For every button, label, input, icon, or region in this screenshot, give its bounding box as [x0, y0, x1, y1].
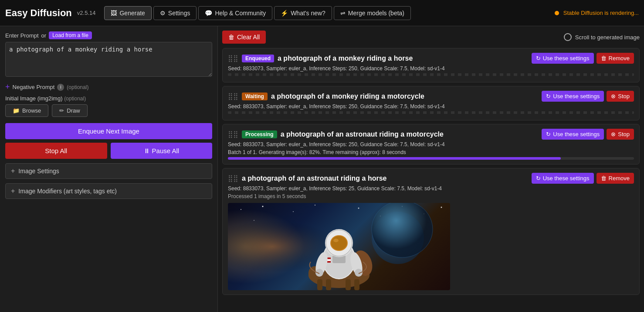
use-settings-2-label: Use these settings [553, 93, 600, 99]
img-action-buttons: 📁 Browse ✏ Draw [5, 104, 212, 117]
task-4-use-settings-button[interactable]: ↻ Use these settings [532, 173, 594, 184]
task-4-header: ⣿⣿ a photograph of an astronaut riding a… [228, 173, 634, 184]
nav-merge-label: Merge models (beta) [348, 10, 404, 17]
nav-settings[interactable]: ⚙ Settings [153, 6, 197, 20]
nav-generate[interactable]: 🖼 Generate [104, 6, 151, 20]
task-4-processed-text: Processed 1 images in 5 seconds [228, 193, 634, 199]
nav-whats-new[interactable]: ⚡ What's new? [274, 6, 332, 20]
stop-2-icon: ⊗ [611, 93, 616, 99]
task-4-meta: Seed: 8833073, Sampler: euler_a, Inferen… [228, 185, 634, 192]
task-2-stop-button[interactable]: ⊗ Stop [607, 91, 634, 102]
task-3-meta: Seed: 8833073, Sampler: euler_a, Inferen… [228, 141, 634, 147]
remove-1-icon: 🗑 [601, 55, 607, 62]
task-3-status-badge: Processing [242, 130, 277, 138]
clear-all-label: Clear All [237, 34, 260, 41]
task-2-status-badge: Waiting [242, 93, 268, 100]
browse-label: Browse [22, 107, 41, 114]
task-1-meta: Seed: 8833073, Sampler: euler_a, Inferen… [228, 65, 634, 72]
img2img-optional: (optional) [64, 96, 86, 102]
task-4-remove-button[interactable]: 🗑 Remove [597, 173, 634, 184]
task-3-progress-bar-bg [228, 157, 634, 160]
task-4-title: a photograph of an astronaut riding a ho… [242, 175, 528, 182]
drag-handle-1[interactable]: ⣿⣿ [228, 54, 238, 62]
remove-4-icon: 🗑 [601, 175, 607, 182]
task-2-header: ⣿⣿ Waiting a photograph of a monkey ridi… [228, 91, 634, 102]
use-settings-4-label: Use these settings [543, 175, 590, 182]
task-4-actions: ↻ Use these settings 🗑 Remove [532, 173, 634, 184]
draw-icon: ✏ [59, 107, 64, 114]
task-3-actions: ↻ Use these settings ⊗ Stop [542, 129, 634, 140]
neg-prompt-info-icon[interactable]: i [57, 84, 64, 91]
stop-3-icon: ⊗ [611, 131, 616, 137]
task-1-title: a photograph of a monkey riding a horse [278, 55, 528, 62]
svg-point-30 [331, 236, 347, 250]
task-3-progress-text: Batch 1 of 1. Generating image(s): 82%. … [228, 149, 634, 155]
task-1-divider [228, 73, 634, 76]
nav-whats-new-label: What's new? [291, 10, 325, 17]
drag-handle-2[interactable]: ⣿⣿ [228, 92, 238, 100]
use-settings-2-icon: ↻ [546, 93, 551, 99]
svg-rect-18 [354, 279, 359, 290]
pause-all-button[interactable]: ⏸ Pause All [111, 143, 213, 159]
use-settings-1-icon: ↻ [536, 55, 541, 62]
task-2-actions: ↻ Use these settings ⊗ Stop [542, 91, 634, 102]
load-file-button[interactable]: Load from a file [49, 31, 92, 39]
task-card-4: ⣿⣿ a photograph of an astronaut riding a… [222, 168, 640, 295]
astronaut-svg [228, 203, 450, 290]
drag-handle-4[interactable]: ⣿⣿ [228, 174, 238, 182]
stop-all-button[interactable]: Stop All [5, 143, 107, 159]
image-settings-toggle[interactable]: + Image Settings [5, 163, 212, 179]
prompt-label-text: Enter Prompt [5, 32, 39, 39]
whats-new-icon: ⚡ [281, 10, 288, 17]
neg-prompt-optional: (optional) [67, 84, 88, 90]
task-2-use-settings-button[interactable]: ↻ Use these settings [542, 91, 604, 102]
image-settings-plus-icon: + [11, 167, 15, 175]
prompt-or: or [41, 32, 47, 39]
task-3-title: a photograph of an astronaut riding a mo… [281, 130, 539, 138]
right-panel: 🗑 Clear All Scroll to generated image ⣿⣿… [218, 26, 644, 312]
task-3-progress-bar-fill [228, 157, 561, 160]
image-modifiers-toggle[interactable]: + Image Modifiers (art styles, tags etc) [5, 183, 212, 199]
main-layout: Enter Prompt or Load from a file a photo… [0, 26, 644, 312]
stop-pause-row: Stop All ⏸ Pause All [5, 143, 212, 159]
task-2-meta: Seed: 8833073, Sampler: euler_a, Inferen… [228, 103, 634, 110]
draw-button[interactable]: ✏ Draw [52, 104, 87, 117]
task-card-2: ⣿⣿ Waiting a photograph of a monkey ridi… [222, 86, 640, 120]
prompt-input[interactable]: a photograph of a monkey riding a horse [5, 42, 212, 77]
drag-handle-3[interactable]: ⣿⣿ [228, 130, 238, 138]
browse-button[interactable]: 📁 Browse [5, 104, 48, 117]
clear-all-button[interactable]: 🗑 Clear All [222, 31, 266, 44]
task-1-use-settings-button[interactable]: ↻ Use these settings [532, 53, 594, 64]
task-3-stop-button[interactable]: ⊗ Stop [607, 129, 634, 140]
scroll-toggle-circle[interactable] [564, 33, 572, 41]
header: Easy Diffusion v2.5.14 🖼 Generate ⚙ Sett… [0, 0, 644, 26]
svg-rect-15 [317, 279, 322, 290]
app-title: Easy Diffusion [5, 7, 72, 19]
use-settings-3-label: Use these settings [553, 131, 600, 137]
nav-merge-models[interactable]: ⇌ Merge models (beta) [334, 6, 411, 20]
svg-rect-16 [326, 279, 331, 290]
image-modifiers-plus-icon: + [11, 187, 15, 195]
img2img-label-row: Initial Image (img2img) (optional) [5, 95, 212, 102]
clear-icon: 🗑 [228, 34, 234, 41]
right-panel-top-bar: 🗑 Clear All Scroll to generated image [222, 31, 640, 44]
task-1-header: ⣿⣿ Enqueued a photograph of a monkey rid… [228, 53, 634, 64]
use-settings-4-icon: ↻ [536, 175, 541, 182]
img2img-label-text: Initial Image (img2img) [5, 95, 63, 102]
remove-1-label: Remove [609, 55, 630, 62]
enqueue-button[interactable]: Enqueue Next Image [5, 123, 212, 139]
scroll-toggle-row: Scroll to generated image [564, 33, 640, 41]
nav-settings-label: Settings [168, 10, 190, 17]
browse-icon: 📁 [13, 107, 20, 114]
merge-icon: ⇌ [340, 10, 346, 17]
task-1-remove-button[interactable]: 🗑 Remove [597, 53, 634, 64]
svg-point-31 [333, 239, 339, 242]
task-3-header: ⣿⣿ Processing a photograph of an astrona… [228, 129, 634, 140]
nav-help[interactable]: 💬 Help & Community [198, 6, 272, 20]
nav-generate-label: Generate [119, 10, 145, 17]
use-settings-1-label: Use these settings [543, 55, 590, 62]
task-4-generated-image [228, 203, 450, 290]
task-2-divider [228, 111, 634, 114]
task-3-use-settings-button[interactable]: ↻ Use these settings [542, 129, 604, 140]
left-panel: Enter Prompt or Load from a file a photo… [0, 26, 218, 312]
